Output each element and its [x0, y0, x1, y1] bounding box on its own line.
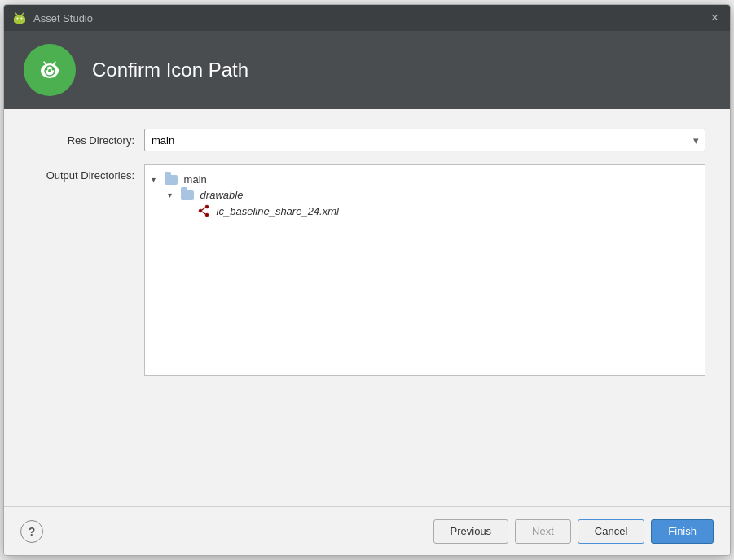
cancel-button[interactable]: Cancel: [578, 519, 644, 544]
res-directory-label: Res Directory:: [29, 134, 134, 147]
next-button[interactable]: Next: [515, 519, 571, 544]
finish-button[interactable]: Finish: [651, 519, 714, 544]
help-button[interactable]: ?: [20, 520, 43, 543]
res-directory-select[interactable]: main: [144, 129, 705, 151]
svg-point-14: [205, 205, 209, 208]
svg-point-16: [205, 213, 209, 217]
tree-node-file[interactable]: ▾ ic_baseline_share_24.xml: [152, 203, 698, 219]
android-icon: [12, 11, 27, 25]
asset-studio-dialog: Asset Studio × Confirm Icon Path Res: [3, 4, 731, 556]
svg-line-4: [15, 13, 17, 15]
tree-label-drawable: drawable: [197, 189, 243, 201]
svg-line-17: [202, 208, 205, 210]
folder-icon-drawable: [181, 190, 194, 200]
svg-point-2: [17, 18, 19, 20]
tree-node-drawable[interactable]: ▾ drawable: [152, 187, 698, 203]
chevron-down-icon-drawable: ▾: [168, 190, 178, 199]
svg-rect-1: [14, 17, 25, 23]
res-directory-row: Res Directory: main ▾: [29, 129, 705, 151]
dialog-header: Confirm Icon Path: [4, 31, 730, 109]
title-bar: Asset Studio ×: [4, 5, 730, 31]
svg-point-13: [48, 69, 51, 72]
title-bar-text: Asset Studio: [33, 12, 93, 24]
dialog-title: Confirm Icon Path: [92, 59, 248, 81]
dialog-content: Res Directory: main ▾ Output Directories…: [4, 109, 730, 506]
close-button[interactable]: ×: [708, 10, 722, 26]
tree-label-file: ic_baseline_share_24.xml: [213, 205, 339, 217]
svg-line-5: [22, 13, 24, 15]
chevron-down-icon: ▾: [152, 175, 161, 184]
tree-label-main: main: [181, 173, 207, 186]
output-directories-tree: ▾ main ▾ drawable ▾: [144, 164, 705, 376]
title-bar-left: Asset Studio: [12, 11, 93, 25]
dialog-footer: ? Previous Next Cancel Finish: [4, 506, 730, 555]
svg-point-15: [199, 209, 202, 212]
svg-line-18: [202, 212, 205, 214]
tree-node-main[interactable]: ▾ main: [152, 172, 698, 187]
folder-icon-main: [165, 175, 178, 185]
svg-point-3: [21, 18, 23, 20]
footer-buttons: Previous Next Cancel Finish: [433, 519, 714, 544]
header-logo: [24, 44, 76, 96]
android-studio-logo: [33, 54, 66, 86]
output-directories-row: Output Directories: ▾ main ▾ drawable ▾: [29, 164, 705, 487]
res-directory-select-wrapper: main ▾: [144, 129, 705, 151]
previous-button[interactable]: Previous: [433, 519, 509, 544]
output-directories-label: Output Directories:: [29, 164, 134, 182]
share-file-icon: [197, 204, 210, 217]
